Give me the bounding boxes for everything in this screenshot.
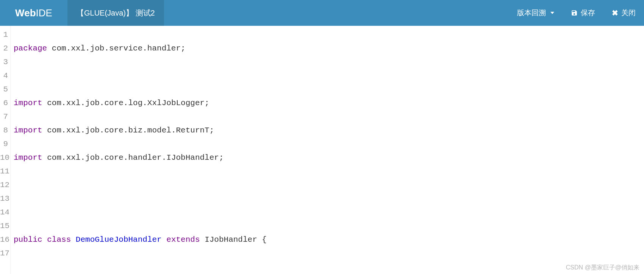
version-label: 版本回溯 [517, 8, 546, 18]
line-number: 7 [0, 110, 10, 124]
save-button[interactable]: 保存 [563, 0, 603, 26]
line-number-gutter: 1234567891011121314151617 [0, 26, 11, 274]
line-number: 10 [0, 151, 10, 165]
watermark-text: CSDN @墨家巨子@俏如来 [566, 264, 639, 272]
line-number: 17 [0, 247, 10, 260]
version-rollback-dropdown[interactable]: 版本回溯 [509, 0, 563, 26]
caret-down-icon [550, 12, 554, 14]
code-line [14, 178, 644, 192]
active-tab[interactable]: 【GLUE(Java)】 测试2 [67, 0, 164, 26]
save-label: 保存 [581, 8, 595, 18]
brand-logo: WebIDE [0, 0, 67, 26]
top-navbar: WebIDE 【GLUE(Java)】 测试2 版本回溯 保存 ✖ 关闭 [0, 0, 644, 26]
line-number: 8 [0, 124, 10, 137]
code-line [14, 260, 644, 274]
close-label: 关闭 [621, 8, 636, 18]
line-number: 16 [0, 233, 10, 247]
line-number: 13 [0, 192, 10, 206]
line-number: 9 [0, 137, 10, 151]
code-line [14, 206, 644, 219]
code-content[interactable]: package com.xxl.job.service.handler; imp… [11, 26, 644, 274]
brand-light: IDE [36, 7, 52, 19]
code-editor[interactable]: 1234567891011121314151617 package com.xx… [0, 26, 644, 274]
code-line: package com.xxl.job.service.handler; [14, 42, 644, 55]
line-number: 6 [0, 96, 10, 110]
line-number: 15 [0, 219, 10, 233]
line-number: 5 [0, 83, 10, 96]
close-icon: ✖ [612, 8, 618, 17]
close-button[interactable]: ✖ 关闭 [603, 0, 644, 26]
nav-right-group: 版本回溯 保存 ✖ 关闭 [509, 0, 644, 26]
tab-label: 【GLUE(Java)】 测试2 [77, 8, 155, 18]
code-line [14, 69, 644, 83]
line-number: 11 [0, 165, 10, 178]
code-line: import com.xxl.job.core.log.XxlJobLogger… [14, 96, 644, 110]
line-number: 14 [0, 206, 10, 219]
line-number: 12 [0, 178, 10, 192]
line-number: 4 [0, 69, 10, 83]
code-line: import com.xxl.job.core.handler.IJobHand… [14, 151, 644, 165]
line-number: 1 [0, 28, 10, 42]
brand-bold: Web [15, 7, 36, 19]
code-line: import com.xxl.job.core.biz.model.Return… [14, 124, 644, 137]
line-number: 2 [0, 42, 10, 55]
floppy-disk-icon [571, 9, 578, 16]
line-number: 3 [0, 55, 10, 69]
code-line: public class DemoGlueJobHandler extends … [14, 233, 644, 247]
